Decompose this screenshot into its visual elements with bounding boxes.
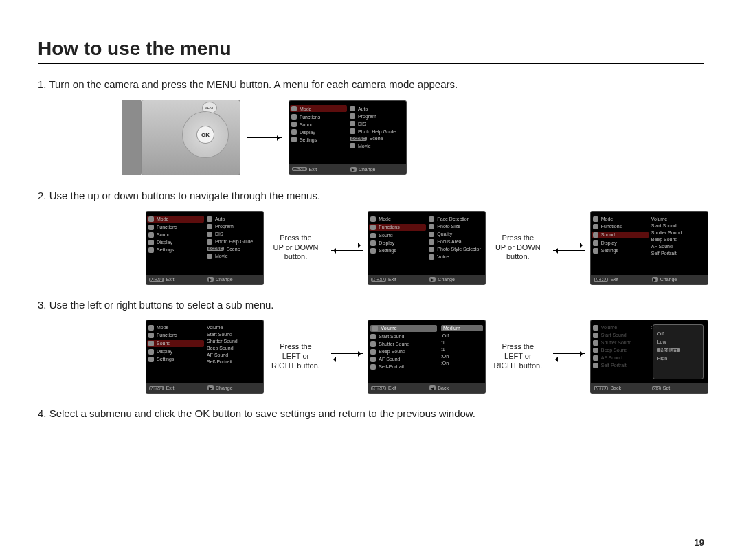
menu-screen-mode-2: Mode Functions Sound Display Settings Au…	[146, 212, 263, 284]
menu-item: Functions	[300, 115, 320, 120]
menu-screen-volume-popup: Volume Start Sound Shutter Sound Beep So…	[591, 320, 708, 393]
scene-tag: SCENE	[350, 137, 367, 141]
footer-change: Change	[359, 167, 376, 172]
volume-option-selected: Medium	[657, 348, 680, 352]
menu-screen-sound-values: Volume Start Sound Shutter Sound Beep So…	[368, 320, 485, 393]
double-arrow-icon	[331, 348, 363, 364]
footer-exit: Exit	[309, 167, 317, 172]
footer-play-tag: ▶	[350, 167, 357, 172]
menu-screen-mode: Mode Functions Sound Display Settings Au…	[289, 101, 406, 174]
menu-screen-sound-2: Mode Functions Sound Display Settings Vo…	[146, 320, 263, 393]
menu-item: Mode	[300, 107, 312, 111]
menu-screen-sound: Mode Functions Sound Display Settings Vo…	[591, 212, 708, 284]
step-4: 4. Select a submenu and click the OK but…	[38, 407, 704, 421]
caption-updown-1: Press the UP or DOWN button.	[266, 234, 325, 262]
ok-button-label: OK	[197, 126, 214, 143]
menu-item: Sound	[300, 122, 313, 127]
volume-options-popup: Off Low Medium High	[653, 324, 704, 379]
volume-option: Low	[657, 339, 666, 344]
camera-illustration: MENU DISP OK	[141, 100, 240, 175]
page-title: How to use the menu	[38, 38, 704, 64]
double-arrow-icon	[331, 240, 363, 256]
menu-item: Display	[300, 130, 315, 135]
menu-item: Settings	[300, 137, 317, 142]
caption-leftright-1: Press the LEFT or RIGHT button.	[266, 342, 325, 370]
step-2: 2. Use the up or down buttons to navigat…	[38, 189, 704, 203]
volume-option: High	[657, 356, 667, 361]
menu-screen-functions: Mode Functions Sound Display Settings Fa…	[368, 212, 485, 284]
step-3: 3. Use the left or right buttons to sele…	[38, 298, 704, 312]
submenu-item: Scene	[370, 136, 383, 141]
double-arrow-icon	[553, 240, 585, 256]
page-number: 19	[695, 537, 704, 548]
arrow-right-icon	[247, 137, 282, 138]
double-arrow-icon	[553, 348, 585, 364]
footer-menu-tag: MENU	[292, 167, 307, 171]
caption-updown-2: Press the UP or DOWN button.	[488, 234, 548, 262]
submenu-item: Photo Help Guide	[358, 129, 396, 134]
submenu-item: Program	[358, 114, 376, 119]
submenu-item: Movie	[358, 144, 371, 148]
submenu-item: DIS	[358, 122, 366, 126]
submenu-item: Auto	[358, 107, 368, 111]
caption-leftright-2: Press the LEFT or RIGHT button.	[488, 342, 548, 370]
step-1: 1. Turn on the camera and press the MENU…	[38, 78, 704, 91]
volume-option: Off	[657, 331, 664, 336]
